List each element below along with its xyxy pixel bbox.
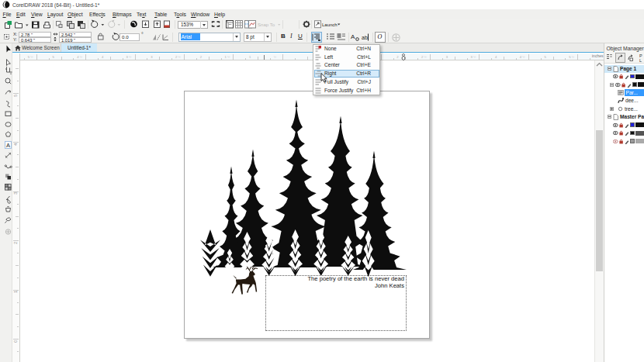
svg-text:A: A [351,33,355,40]
svg-text:Launch: Launch [322,22,338,27]
svg-text:ab: ab [362,35,368,40]
svg-text:A: A [6,142,10,149]
svg-text:P: P [639,53,642,58]
svg-text:Snap To: Snap To [258,22,275,27]
